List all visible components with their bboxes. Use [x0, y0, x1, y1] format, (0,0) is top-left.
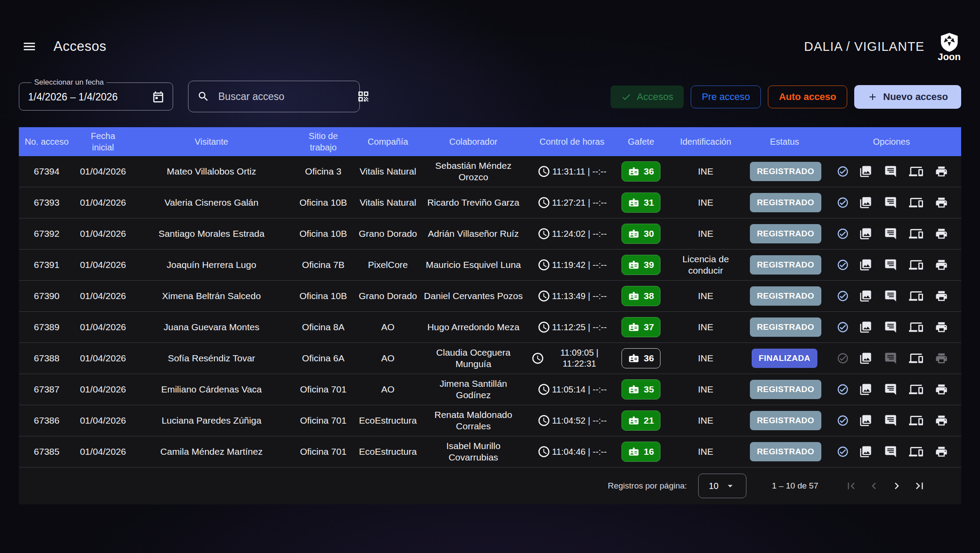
accesos-button-label: Accesos: [637, 91, 673, 103]
gafete-number: 36: [644, 353, 654, 364]
photo-library-icon[interactable]: [859, 414, 872, 427]
horas-text: 11:19:42 | --:--: [552, 260, 607, 271]
print-icon[interactable]: [935, 445, 948, 458]
photo-library-icon[interactable]: [859, 258, 872, 271]
date-range-value[interactable]: 1/4/2026 – 1/4/2026: [28, 91, 118, 103]
print-icon[interactable]: [935, 321, 948, 334]
action-buttons: Accesos Pre acceso Auto acceso Nuevo acc…: [611, 85, 961, 109]
rows-per-page-label: Registros por página:: [608, 481, 687, 491]
photo-library-icon[interactable]: [859, 165, 872, 178]
notes-icon[interactable]: [884, 258, 897, 271]
menu-icon[interactable]: [19, 36, 39, 57]
gafete-number: 21: [644, 415, 654, 426]
clock-icon: [537, 289, 550, 303]
cell-colaborador: Daniel Cervantes Pozos: [421, 290, 526, 302]
notes-icon[interactable]: [884, 165, 897, 178]
options-group: [859, 382, 948, 396]
cell-sitio-trabajo: Oficina 10B: [291, 290, 355, 302]
photo-library-icon[interactable]: [859, 227, 872, 240]
pre-acceso-button[interactable]: Pre acceso: [691, 86, 761, 108]
cell-identificacion: INE: [664, 197, 747, 208]
cell-control-horas: 11:19:42 | --:--: [526, 258, 618, 271]
devices-icon[interactable]: [909, 164, 923, 178]
search-input[interactable]: [217, 90, 349, 103]
devices-icon[interactable]: [909, 196, 923, 210]
devices-icon[interactable]: [909, 258, 923, 272]
cell-visitante: Mateo Villalobos Ortiz: [131, 166, 291, 177]
print-icon[interactable]: [935, 289, 948, 303]
check-circle-icon[interactable]: [837, 259, 849, 271]
check-circle-icon[interactable]: [837, 446, 849, 458]
print-icon[interactable]: [935, 227, 948, 240]
devices-icon[interactable]: [909, 382, 923, 396]
table-row: 67391 01/04/2026 Joaquín Herrera Lugo Of…: [19, 250, 961, 281]
cell-identificacion: Licencia de conducir: [664, 253, 747, 277]
first-page-icon[interactable]: [845, 479, 858, 492]
gafete-chip: 30: [621, 224, 660, 244]
cell-gafete: 39: [618, 255, 664, 275]
next-page-icon[interactable]: [890, 479, 903, 492]
devices-icon[interactable]: [909, 351, 923, 365]
clock-icon: [537, 196, 550, 209]
horas-text: 11:04:46 | --:--: [552, 446, 607, 457]
check-circle-icon[interactable]: [837, 165, 849, 178]
badge-icon: [628, 290, 639, 302]
badge-icon: [628, 353, 639, 364]
notes-icon[interactable]: [884, 321, 897, 334]
table-row: 67393 01/04/2026 Valeria Cisneros Galán …: [19, 187, 961, 218]
devices-icon[interactable]: [909, 227, 923, 241]
last-page-icon[interactable]: [913, 479, 926, 492]
previous-page-icon[interactable]: [867, 479, 881, 492]
notes-icon[interactable]: [884, 196, 897, 209]
date-range-filter[interactable]: Seleccionar un fecha 1/4/2026 – 1/4/2026: [19, 78, 173, 111]
devices-icon[interactable]: [909, 289, 923, 303]
check-circle-icon[interactable]: [837, 321, 849, 333]
horas-text: 11:24:02 | --:--: [552, 228, 607, 239]
check-circle-icon[interactable]: [837, 290, 849, 302]
auto-acceso-button[interactable]: Auto acceso: [768, 86, 847, 108]
options-group: [859, 196, 948, 210]
print-icon[interactable]: [935, 414, 948, 427]
nuevo-acceso-label: Nuevo acceso: [883, 91, 948, 103]
notes-icon[interactable]: [884, 383, 897, 396]
photo-library-icon[interactable]: [859, 383, 872, 396]
check-circle-icon[interactable]: [837, 352, 849, 364]
photo-library-icon[interactable]: [859, 445, 872, 458]
photo-library-icon[interactable]: [859, 321, 872, 334]
print-icon[interactable]: [935, 352, 948, 365]
devices-icon[interactable]: [909, 445, 923, 459]
calendar-icon[interactable]: [152, 90, 165, 103]
brand-logo: Joon: [937, 32, 961, 63]
cell-identificacion: INE: [664, 228, 747, 239]
print-icon[interactable]: [935, 165, 948, 178]
notes-icon[interactable]: [884, 289, 897, 303]
cell-colaborador: Claudia Oceguera Munguía: [421, 347, 526, 370]
accesos-button[interactable]: Accesos: [611, 86, 684, 108]
notes-icon[interactable]: [884, 414, 897, 427]
check-circle-icon[interactable]: [837, 383, 849, 396]
rows-per-page-select[interactable]: 10: [698, 474, 746, 498]
check-circle-icon[interactable]: [837, 196, 849, 209]
cell-opciones: [822, 196, 961, 210]
notes-icon[interactable]: [884, 227, 897, 240]
horas-text: 11:09:05 | 11:22:31: [546, 347, 613, 369]
print-icon[interactable]: [935, 258, 948, 271]
print-icon[interactable]: [935, 196, 948, 209]
photo-library-icon[interactable]: [859, 289, 872, 303]
devices-icon[interactable]: [909, 414, 923, 428]
nuevo-acceso-button[interactable]: Nuevo acceso: [854, 85, 961, 109]
notes-icon[interactable]: [884, 445, 897, 458]
check-circle-icon[interactable]: [837, 414, 849, 427]
status-badge: REGISTRADO: [750, 255, 821, 275]
table-row: 67389 01/04/2026 Juana Guevara Montes Of…: [19, 312, 961, 343]
qr-code-icon[interactable]: [357, 90, 370, 103]
check-circle-icon[interactable]: [837, 228, 849, 240]
notes-icon[interactable]: [884, 352, 897, 365]
print-icon[interactable]: [935, 383, 948, 396]
column-header-5: Colaborador: [421, 127, 526, 156]
photo-library-icon[interactable]: [859, 352, 872, 365]
badge-icon: [628, 415, 639, 426]
devices-icon[interactable]: [909, 320, 923, 334]
photo-library-icon[interactable]: [859, 196, 872, 209]
cell-visitante: Sofía Reséndiz Tovar: [131, 353, 291, 364]
